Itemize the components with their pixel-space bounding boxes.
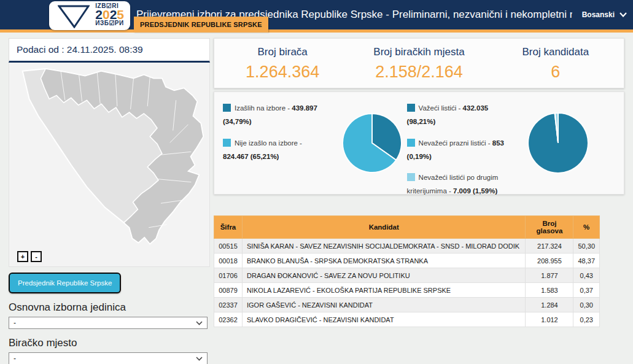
table-cell: 48,37: [573, 254, 600, 268]
table-cell: DRAGAN ĐOKANOVIĆ - SAVEZ ZA NOVU POLITIK…: [243, 268, 526, 283]
table-row: 02337IGOR GAŠEVIĆ - NEZAVISNI KANDIDAT1.…: [214, 298, 600, 312]
table-cell: 02362: [214, 312, 243, 327]
legend-item: Važeći listići - 432.035 (98,21%): [407, 102, 513, 129]
legend-text: Izašlih na izbore - 439.897 (34,79%): [223, 104, 317, 125]
col-header-sifra: Šifra: [214, 216, 243, 239]
logo-inner: IZB☑RI 2025 ИЗБ☑РИ: [54, 3, 125, 29]
stat-card: Broj birača1.264.364: [214, 46, 351, 82]
results-table-head: Šifra Kandidat Broj glasova %: [214, 216, 600, 239]
stat-card: Broj kandidata6: [487, 46, 624, 82]
turnout-pie-chart: [341, 112, 403, 174]
legend-text: Važeći listići - 432.035 (98,21%): [407, 104, 489, 125]
legend-item: Nevažeći listići po drugim kriterijumima…: [407, 171, 513, 198]
table-cell: BRANKO BLANUŠA - SRPSKA DEMOKRATSKA STRA…: [243, 254, 526, 268]
table-cell: 0,37: [573, 283, 600, 298]
stat-value: 1.264.364: [214, 63, 351, 82]
filter-label-osnovna-izborna-jedinica: Osnovna izborna jedinica: [9, 301, 210, 314]
table-cell: 0,43: [573, 268, 600, 283]
main-content: Podaci od : 24.11.2025. 08:39 + -: [0, 33, 633, 364]
stat-card: Broj biračkih mjesta2.158/2.164: [351, 46, 487, 82]
stat-value: 6: [487, 63, 624, 82]
app-header: IZB☑RI 2025 ИЗБ☑РИ Prijevremeni izbori z…: [0, 0, 633, 29]
chevron-down-icon: [196, 321, 203, 325]
language-selector[interactable]: Bosanski: [582, 0, 627, 29]
legend-text: Nije izašlo na izbore - 824.467 (65,21%): [223, 139, 302, 160]
table-row: 00018BRANKO BLANUŠA - SRPSKA DEMOKRATSKA…: [214, 254, 600, 268]
col-header-kandidat: Kandidat: [243, 216, 526, 239]
table-cell: 00515: [214, 239, 243, 254]
stat-value: 2.158/2.164: [351, 63, 487, 82]
legend-item: Nije izašlo na izbore - 824.467 (65,21%): [223, 137, 327, 164]
logo-year: 2025: [95, 8, 124, 21]
select-value: -: [14, 354, 16, 363]
map-zoom-out-button[interactable]: -: [31, 251, 42, 262]
pie-charts-section: Izašlih na izbore - 439.897 (34,79%)Nije…: [214, 91, 624, 195]
table-cell: 01706: [214, 268, 243, 283]
legend-swatch: [223, 139, 231, 147]
table-cell: 1.012: [526, 312, 573, 327]
contest-button[interactable]: Predsjednik Republike Srpske: [9, 273, 121, 293]
biracko-mjesto-select[interactable]: -: [9, 352, 208, 364]
legend-swatch: [223, 104, 231, 112]
legend-swatch: [407, 104, 415, 112]
ballots-chart: Važeći listići - 432.035 (98,21%)Nevažeć…: [403, 99, 618, 187]
table-cell: SINIŠA KARAN - SAVEZ NEZAVISNIH SOCIJALD…: [243, 239, 526, 254]
ballot-funnel-icon: [58, 5, 90, 28]
legend-item: Nevažeći prazni listići - 853 (0,19%): [407, 137, 513, 164]
map-zoom-controls: + -: [17, 251, 42, 262]
table-cell: 50,30: [573, 239, 600, 254]
table-cell: 0,23: [573, 312, 600, 327]
table-cell: 02337: [214, 298, 243, 312]
legend-text: Nevažeći listići po drugim kriterijumima…: [407, 174, 499, 195]
turnout-legend: Izašlih na izbore - 439.897 (34,79%)Nije…: [223, 99, 327, 171]
ballots-pie-chart: [526, 111, 590, 175]
table-cell: 00879: [214, 283, 243, 298]
table-cell: IGOR GAŠEVIĆ - NEZAVISNI KANDIDAT: [243, 298, 526, 312]
osnovna-izborna-jedinica-select[interactable]: -: [9, 317, 208, 329]
table-cell: 1.583: [526, 283, 573, 298]
table-row: 01706DRAGAN ĐOKANOVIĆ - SAVEZ ZA NOVU PO…: [214, 268, 600, 283]
table-row: 00515SINIŠA KARAN - SAVEZ NEZAVISNIH SOC…: [214, 239, 600, 254]
legend-text: Nevažeći prazni listići - 853 (0,19%): [407, 139, 504, 160]
right-panel: Broj birača1.264.364Broj biračkih mjesta…: [214, 38, 624, 364]
chevron-down-icon: [196, 357, 203, 361]
select-value: -: [14, 319, 16, 327]
elections-2025-logo[interactable]: IZB☑RI 2025 ИЗБ☑РИ: [49, 1, 130, 30]
turnout-chart: Izašlih na izbore - 439.897 (34,79%)Nije…: [220, 99, 403, 187]
tab-predsjednik-republike-srpske[interactable]: PREDSJEDNIK REPUBLIKE SRPSKE: [134, 17, 268, 33]
legend-swatch: [407, 139, 415, 147]
legend-swatch: [407, 173, 415, 181]
map-zoom-in-button[interactable]: +: [17, 251, 28, 262]
table-cell: 1.877: [526, 268, 573, 283]
bosnia-map[interactable]: [9, 63, 209, 265]
chevron-down-icon: [619, 12, 627, 17]
stat-label: Broj birača: [214, 46, 351, 58]
stat-label: Broj biračkih mjesta: [351, 46, 487, 58]
language-label: Bosanski: [582, 10, 615, 19]
ballots-legend: Važeći listići - 432.035 (98,21%)Nevažeć…: [407, 99, 513, 206]
filter-label-biracko-mjesto: Biračko mjesto: [9, 337, 210, 349]
stat-label: Broj kandidata: [487, 46, 624, 58]
table-row: 00879NIKOLA LAZAREVIĆ - EKOLOŠKA PARTIJA…: [214, 283, 600, 298]
col-header-pct: %: [573, 216, 600, 239]
table-cell: 0,30: [573, 298, 600, 312]
logo-text: IZB☑RI 2025 ИЗБ☑РИ: [95, 3, 124, 26]
table-cell: SLAVKO DRAGIČEVIĆ - NEZAVISNI KANDIDAT: [243, 312, 526, 327]
table-cell: 1.284: [526, 298, 573, 312]
table-cell: 217.324: [526, 239, 573, 254]
legend-item: Izašlih na izbore - 439.897 (34,79%): [223, 102, 327, 129]
table-row: 02362SLAVKO DRAGIČEVIĆ - NEZAVISNI KANDI…: [214, 312, 600, 327]
col-header-broj-glasova: Broj glasova: [526, 216, 573, 239]
map-container[interactable]: + -: [9, 63, 210, 267]
results-table: Šifra Kandidat Broj glasova % 00515SINIŠ…: [214, 215, 600, 327]
table-cell: 00018: [214, 254, 243, 268]
logo-line2: ИЗБ☑РИ: [95, 20, 124, 26]
table-cell: 208.955: [526, 254, 573, 268]
left-panel: Podaci od : 24.11.2025. 08:39 + -: [9, 38, 210, 364]
summary-stats: Broj birača1.264.364Broj biračkih mjesta…: [214, 38, 624, 88]
table-cell: NIKOLA LAZAREVIĆ - EKOLOŠKA PARTIJA REPU…: [243, 283, 526, 298]
data-as-of: Podaci od : 24.11.2025. 08:39: [9, 38, 210, 63]
